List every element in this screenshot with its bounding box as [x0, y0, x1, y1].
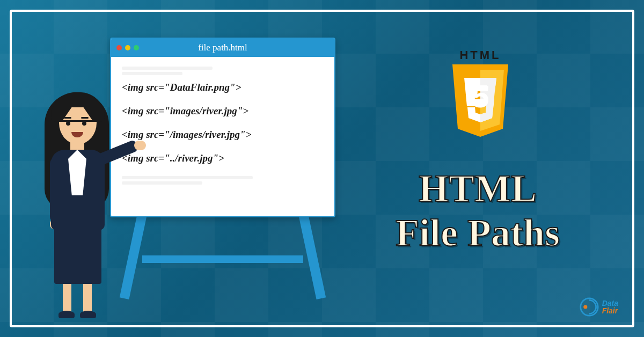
main-title: HTML File Paths: [349, 166, 606, 255]
window-title: file path.html: [111, 42, 334, 53]
html5-logo: HTML 5: [445, 48, 515, 137]
code-line: <img src="images/river.jpg">: [122, 105, 324, 117]
brand-flair: Flair: [602, 306, 618, 315]
code-line: <img src="DataFlair.png">: [122, 82, 324, 93]
svg-point-4: [583, 305, 587, 309]
code-window: file path.html <img src="DataFlair.png">…: [110, 38, 335, 217]
window-titlebar: file path.html: [111, 39, 334, 57]
svg-text:5: 5: [471, 78, 489, 114]
title-line-2: File Paths: [396, 211, 560, 254]
easel-crossbar: [142, 255, 303, 263]
code-body: <img src="DataFlair.png"> <img src="imag…: [111, 57, 334, 199]
easel: file path.html <img src="DataFlair.png">…: [110, 38, 335, 301]
dataflair-icon: [580, 297, 599, 317]
presenter-illustration: [30, 72, 126, 324]
code-line: <img src="../river.jpg">: [122, 152, 324, 164]
easel-leg: [296, 203, 326, 299]
code-line: <img src="/images/river.jpg">: [122, 129, 324, 141]
dataflair-logo: Data Flair: [580, 297, 618, 317]
title-line-1: HTML: [419, 167, 537, 210]
html5-label: HTML: [445, 48, 515, 62]
html5-shield-icon: 5: [448, 64, 513, 137]
